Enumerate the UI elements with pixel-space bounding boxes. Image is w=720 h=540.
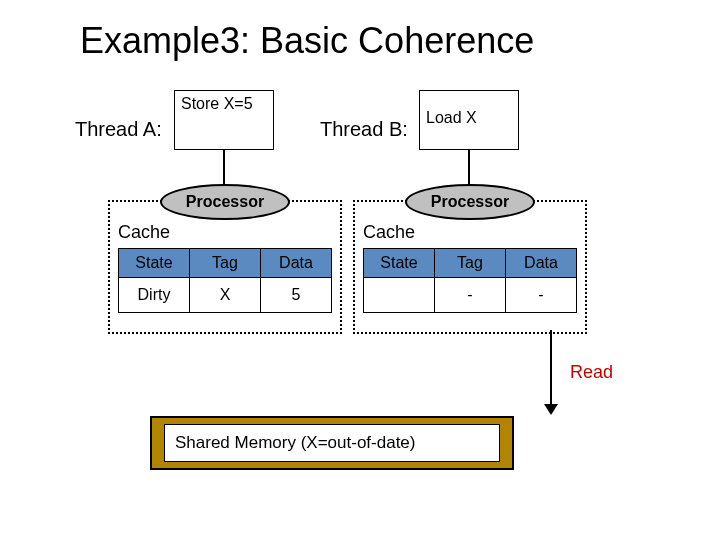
thread-a-instr-1: Store X=5 <box>181 95 267 113</box>
thread-b-instr-2: Load X <box>426 109 512 127</box>
thread-b-code: Load X <box>419 90 519 150</box>
shared-memory: Shared Memory (X=out-of-date) <box>150 416 514 470</box>
cache-a-table: State Tag Data Dirty X 5 <box>118 248 332 313</box>
col-data: Data <box>506 249 577 278</box>
table-row: - - <box>364 278 577 313</box>
core-b: Processor Cache State Tag Data - - <box>353 200 587 334</box>
tick-b <box>468 176 470 184</box>
col-state: State <box>119 249 190 278</box>
read-arrow-line <box>550 330 552 410</box>
tick-a <box>223 176 225 184</box>
thread-a-code: Store X=5 <box>174 90 274 150</box>
thread-b-label: Thread B: <box>320 118 408 141</box>
processor-b-oval: Processor <box>405 184 535 220</box>
col-tag: Tag <box>435 249 506 278</box>
cell-state: Dirty <box>119 278 190 313</box>
cache-b-table: State Tag Data - - <box>363 248 577 313</box>
cell-data: 5 <box>261 278 332 313</box>
shared-memory-text: Shared Memory (X=out-of-date) <box>164 424 500 462</box>
cache-b-label: Cache <box>363 222 415 243</box>
core-a: Processor Cache State Tag Data Dirty X 5 <box>108 200 342 334</box>
table-row: Dirty X 5 <box>119 278 332 313</box>
page-title: Example3: Basic Coherence <box>80 20 534 62</box>
read-label: Read <box>570 362 613 383</box>
col-data: Data <box>261 249 332 278</box>
processor-a-oval: Processor <box>160 184 290 220</box>
col-tag: Tag <box>190 249 261 278</box>
cell-state <box>364 278 435 313</box>
cell-tag: X <box>190 278 261 313</box>
cell-data: - <box>506 278 577 313</box>
cache-a-label: Cache <box>118 222 170 243</box>
col-state: State <box>364 249 435 278</box>
cell-tag: - <box>435 278 506 313</box>
thread-a-label: Thread A: <box>75 118 162 141</box>
read-arrow-head <box>544 404 558 415</box>
